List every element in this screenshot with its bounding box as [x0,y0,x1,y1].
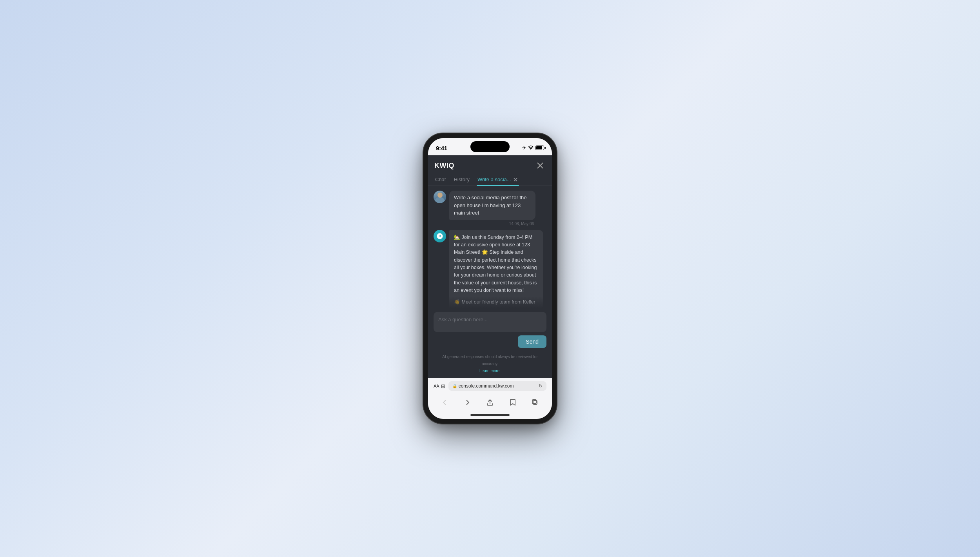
wifi-icon [528,145,534,151]
url-text: console.command.kw.com [459,383,514,389]
airplane-icon: ✈ [522,145,526,151]
ai-message-text: 🏡 Join us this Sunday from 2-4 PM for an… [454,234,539,308]
bookmarks-button[interactable] [506,396,519,409]
user-bubble: Write a social media post for the open h… [449,191,535,220]
browser-text-controls: AA ⊞ [434,383,445,389]
forward-button[interactable] [461,396,474,409]
reload-icon[interactable]: ↻ [539,383,543,389]
phone-frame: 9:41 ✈ KWIQ [423,133,557,424]
tab-close-icon[interactable] [513,177,518,182]
browser-bar: AA ⊞ 🔒 console.command.kw.com ↻ [428,378,552,394]
ai-message: 🏡 Join us this Sunday from 2-4 PM for an… [434,230,546,308]
app-content: KWIQ Chat History Write a socia... [428,155,552,378]
browser-nav [428,394,552,413]
message-input-box[interactable]: Ask a question here... [434,312,546,332]
input-placeholder: Ask a question here... [438,317,488,322]
tab-bar: Chat History Write a socia... [428,171,552,186]
app-header: KWIQ [428,155,552,171]
text-size-label[interactable]: AA [434,384,439,388]
user-message: Write a social media post for the open h… [434,191,546,226]
disclaimer: AI-generated responses should always be … [428,350,552,378]
user-message-text: Write a social media post for the open h… [454,195,526,216]
ai-bubble: 🏡 Join us this Sunday from 2-4 PM for an… [449,230,543,308]
disclaimer-link[interactable]: Learn more. [479,369,501,373]
user-avatar [434,191,446,203]
chat-area: Write a social media post for the open h… [428,186,552,308]
svg-point-5 [439,235,441,237]
status-bar: 9:41 ✈ [428,138,552,155]
ai-avatar [434,230,446,242]
lock-icon: 🔒 [452,384,457,388]
tab-chat[interactable]: Chat [434,174,446,186]
status-icons: ✈ [522,145,544,151]
url-bar[interactable]: 🔒 console.command.kw.com ↻ [448,381,546,391]
send-button[interactable]: Send [518,335,546,348]
battery-icon [535,146,544,150]
send-row: Send [434,335,546,348]
close-button[interactable] [535,160,546,171]
phone-screen: 9:41 ✈ KWIQ [428,138,552,419]
status-time: 9:41 [436,145,447,151]
tab-write-social[interactable]: Write a socia... [477,174,519,186]
home-bar [428,413,552,419]
input-area: Ask a question here... Send [428,308,552,350]
tab-history[interactable]: History [453,174,470,186]
tabs-button[interactable] [529,396,541,409]
disclaimer-text: AI-generated responses should always be … [442,355,537,366]
dynamic-island [470,141,510,152]
home-indicator [470,414,510,416]
svg-point-0 [530,149,531,150]
back-button[interactable] [439,396,451,409]
reader-mode-icon[interactable]: ⊞ [441,383,445,389]
app-title: KWIQ [434,162,454,170]
message-time: 14:08, May 06 [449,222,535,226]
share-button[interactable] [484,396,496,409]
